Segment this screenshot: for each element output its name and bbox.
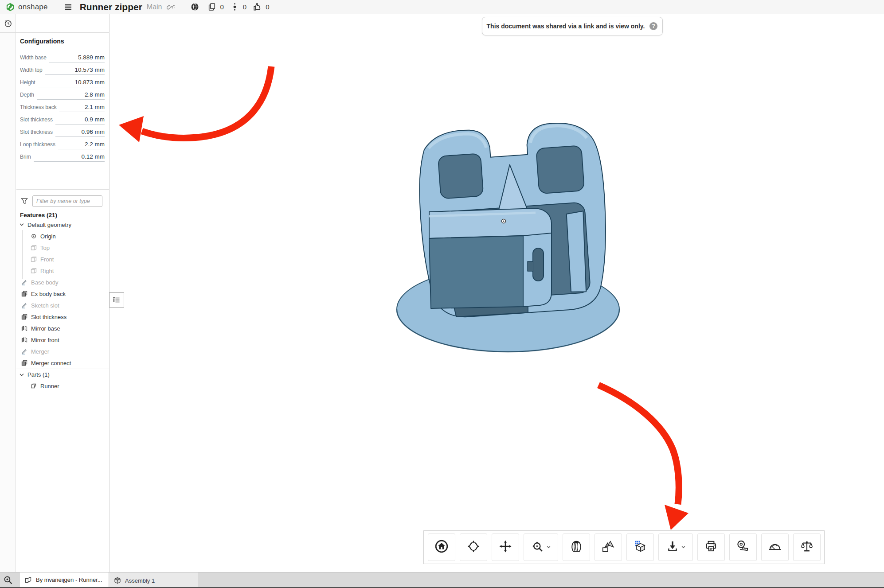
left-panel: Configurations Width base5.889 mmWidth t… xyxy=(16,14,110,572)
origin-marker xyxy=(502,219,506,223)
configuration-label: Depth xyxy=(20,92,34,100)
view-cube-icon xyxy=(633,539,647,555)
pan-view-button[interactable] xyxy=(492,533,519,561)
chevron-down-icon xyxy=(546,543,551,551)
counter-value: 0 xyxy=(243,3,246,11)
copy-icon[interactable] xyxy=(207,2,217,12)
configuration-label: Brim xyxy=(20,154,31,162)
configuration-value-field[interactable]: 0.12 mm xyxy=(34,153,105,162)
configuration-value-field[interactable]: 0.96 mm xyxy=(55,129,105,137)
configuration-value: 2.1 mm xyxy=(85,104,105,110)
feature-tree-item-merger[interactable]: Merger xyxy=(16,346,109,357)
configuration-row: Width top10.573 mm xyxy=(20,62,105,75)
protractor-button[interactable] xyxy=(761,533,789,561)
rotate-icon xyxy=(466,539,481,555)
3d-model-runner-part[interactable] xyxy=(377,102,652,368)
versions-icon[interactable] xyxy=(230,2,239,12)
feature-tree-item-right[interactable]: Right xyxy=(16,265,109,276)
configuration-value-field[interactable]: 10.873 mm xyxy=(38,79,105,87)
configuration-label: Slot thickness xyxy=(20,129,53,137)
configuration-row: Loop thickness2.2 mm xyxy=(20,137,105,149)
feature-tree-item-parts-1-[interactable]: Parts (1) xyxy=(16,369,109,380)
extrude-icon xyxy=(21,359,28,366)
view-cube-button[interactable] xyxy=(626,533,654,561)
configuration-row: Slot thickness0.96 mm xyxy=(20,125,105,137)
mass-properties-button[interactable] xyxy=(793,533,821,561)
feature-tree-item-origin[interactable]: Origin xyxy=(16,230,109,242)
sketch-icon xyxy=(21,279,28,286)
measure-icon xyxy=(736,539,750,555)
document-tab-assembly-1[interactable]: Assembly 1 xyxy=(109,572,198,588)
feature-tree-item-slot-thickness[interactable]: Slot thickness xyxy=(16,311,109,323)
configuration-value-field[interactable]: 10.573 mm xyxy=(45,66,105,75)
pan-icon xyxy=(498,539,512,555)
feature-label: Base body xyxy=(31,279,58,286)
partstudio-icon xyxy=(24,576,32,584)
feature-label: Top xyxy=(40,245,50,251)
configuration-value-field[interactable]: 0.9 mm xyxy=(55,116,105,125)
configuration-value-field[interactable]: 2.1 mm xyxy=(59,104,105,112)
tab-label: By mvaneijgen - Runner... xyxy=(36,576,102,583)
like-icon[interactable] xyxy=(253,2,262,12)
brand-name: onshape xyxy=(18,3,48,12)
feature-label: Sketch slot xyxy=(31,302,59,309)
section-view-button[interactable] xyxy=(563,533,590,561)
configuration-label: Height xyxy=(20,79,35,87)
feature-label: Origin xyxy=(40,233,56,240)
feature-filter-input[interactable] xyxy=(32,195,102,207)
history-timer-icon[interactable] xyxy=(3,19,12,28)
home-icon xyxy=(434,539,449,555)
zoom-view-button[interactable] xyxy=(524,533,558,561)
filter-funnel-icon[interactable] xyxy=(20,197,28,205)
render-mode-button[interactable] xyxy=(595,533,622,561)
feature-tree-item-merger-connect[interactable]: Merger connect xyxy=(16,357,109,369)
configuration-row: Height10.873 mm xyxy=(20,75,105,87)
print-button[interactable] xyxy=(697,533,725,561)
feature-tree-item-front[interactable]: Front xyxy=(16,253,109,265)
feature-tree-item-mirror-front[interactable]: Mirror front xyxy=(16,334,109,346)
feature-tree-item-default-geometry[interactable]: Default geometry xyxy=(16,219,109,230)
configurations-panel: Configurations Width base5.889 mmWidth t… xyxy=(16,33,109,190)
feature-list-flyout-button[interactable] xyxy=(109,292,124,308)
feature-label: Right xyxy=(40,268,54,274)
top-bar: onshape Runner zipper Main 000 xyxy=(0,0,884,14)
public-globe-icon[interactable] xyxy=(190,2,199,12)
configuration-row: Depth2.8 mm xyxy=(20,87,105,100)
view-only-banner: This document was shared via a link and … xyxy=(482,17,663,35)
plane-icon xyxy=(30,244,37,251)
scales-icon xyxy=(800,539,814,555)
home-view-button[interactable] xyxy=(428,533,455,561)
configuration-value-field[interactable]: 2.8 mm xyxy=(37,91,105,100)
feature-tree-item-runner[interactable]: Runner xyxy=(16,380,109,392)
view-toolbar xyxy=(423,530,825,564)
mirror-icon xyxy=(21,336,28,343)
rotate-view-button[interactable] xyxy=(460,533,487,561)
download-export-button[interactable] xyxy=(658,533,693,561)
onshape-logo[interactable]: onshape xyxy=(5,2,48,12)
document-counters: 000 xyxy=(207,2,274,12)
measure-button[interactable] xyxy=(729,533,757,561)
share-link-icon[interactable] xyxy=(167,3,175,11)
feature-tree-item-mirror-base[interactable]: Mirror base xyxy=(16,323,109,334)
main-menu-icon[interactable] xyxy=(64,3,73,12)
configuration-value-field[interactable]: 2.2 mm xyxy=(58,141,105,149)
configuration-value-field[interactable]: 5.889 mm xyxy=(49,54,105,62)
configuration-label: Width base xyxy=(20,55,47,62)
feature-tree-item-sketch-slot[interactable]: Sketch slot xyxy=(16,300,109,311)
feature-tree-item-ex-body-back[interactable]: Ex body back xyxy=(16,288,109,300)
left-icon-rail xyxy=(0,14,16,572)
document-tab-by-mvaneijgen-runner-[interactable]: By mvaneijgen - Runner... xyxy=(20,572,109,588)
feature-tree-item-base-body[interactable]: Base body xyxy=(16,276,109,288)
configuration-row: Thickness back2.1 mm xyxy=(20,100,105,112)
configuration-value: 10.873 mm xyxy=(74,79,105,86)
search-tabs-icon[interactable] xyxy=(3,575,13,585)
onshape-logo-icon xyxy=(5,2,15,12)
feature-tree-item-top[interactable]: Top xyxy=(16,242,109,253)
extrude-icon xyxy=(21,313,28,320)
svg-text:?: ? xyxy=(652,23,656,29)
feature-label: Ex body back xyxy=(31,291,66,297)
feature-filter-row xyxy=(16,193,109,209)
configuration-value: 0.9 mm xyxy=(85,116,105,123)
help-icon[interactable]: ? xyxy=(649,22,658,31)
chevron-down-icon xyxy=(681,543,686,551)
